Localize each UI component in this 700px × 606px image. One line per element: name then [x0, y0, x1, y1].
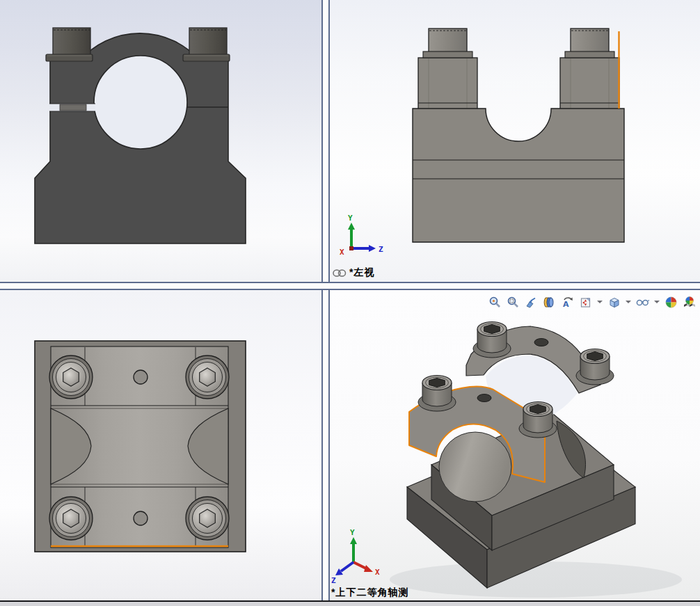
socket-screw-back-left[interactable] — [473, 322, 511, 358]
bore-cylinder[interactable] — [439, 432, 511, 502]
socket-screw-top-right[interactable] — [186, 356, 229, 399]
zoom-to-area-icon[interactable] — [506, 295, 520, 310]
top-view-canvas[interactable] — [0, 287, 321, 600]
viewport-front-view[interactable] — [0, 0, 321, 282]
view-orientation-label: *左视 — [333, 266, 374, 279]
view-orientation-label: *上下二等角轴测 — [331, 587, 408, 599]
dowel-hole-top[interactable] — [134, 370, 148, 384]
heads-up-view-toolbar: A — [486, 292, 699, 312]
cad-multiview-workspace: Y Z X *左视 — [0, 0, 700, 606]
triad-x-label: X — [340, 248, 344, 257]
edit-appearance-icon[interactable] — [664, 295, 678, 310]
3d-drawing-view-icon[interactable]: A — [560, 295, 575, 310]
bore-hole-front[interactable] — [94, 56, 187, 149]
triad-y-label: Y — [348, 214, 353, 223]
cap-hole-rear — [534, 339, 548, 346]
triad-y-label: Y — [350, 528, 355, 537]
triad-z-label: Z — [379, 245, 383, 254]
zoom-to-fit-icon[interactable] — [488, 295, 502, 310]
chain-link-icon — [333, 269, 347, 278]
socket-screw-front-left[interactable] — [418, 376, 456, 412]
section-view-icon[interactable] — [542, 295, 557, 310]
clamp-post-left[interactable] — [418, 29, 477, 109]
viewport-splitter-vertical[interactable] — [321, 0, 330, 600]
bolt-front-left[interactable] — [46, 28, 93, 61]
hide-show-items-icon[interactable] — [635, 295, 650, 310]
dowel-hole-bottom[interactable] — [134, 511, 148, 525]
view-orientation-dropdown-caret[interactable] — [597, 301, 603, 303]
view-name-text: *上下二等角轴测 — [331, 587, 408, 599]
cap-hole-front — [477, 394, 491, 402]
socket-screw-bottom-left[interactable] — [49, 497, 93, 540]
hide-show-items-dropdown-caret[interactable] — [654, 301, 660, 303]
viewport-splitter-horizontal[interactable] — [0, 282, 700, 290]
socket-screw-back-right[interactable] — [576, 349, 614, 385]
display-style-icon[interactable] — [607, 295, 621, 310]
socket-screw-front-center[interactable] — [519, 402, 557, 438]
clamp-post-right[interactable] — [560, 29, 619, 109]
view-orientation-icon[interactable] — [578, 295, 593, 310]
apply-scene-icon[interactable] — [682, 295, 697, 310]
left-view-canvas[interactable]: Y Z X — [327, 0, 700, 282]
viewport-isometric-view[interactable]: Y X Z — [327, 287, 700, 600]
orientation-triad: Y X Z — [331, 528, 380, 585]
socket-screw-bottom-right[interactable] — [186, 497, 229, 540]
previous-view-icon[interactable] — [524, 295, 539, 310]
viewport-top-view[interactable] — [0, 287, 321, 600]
bolt-front-right[interactable] — [183, 28, 230, 61]
clamp-base-side[interactable] — [413, 109, 624, 242]
triad-z-label: Z — [331, 576, 336, 585]
orientation-triad: Y Z X — [340, 214, 383, 257]
svg-text:A: A — [563, 300, 569, 309]
socket-screw-top-left[interactable] — [49, 356, 93, 399]
status-bar-strip — [0, 602, 700, 606]
front-view-canvas[interactable] — [0, 0, 321, 282]
isometric-canvas[interactable]: Y X Z — [327, 287, 700, 600]
triad-x-label: X — [375, 568, 380, 577]
clamp-split-tab — [60, 104, 86, 111]
display-style-dropdown-caret[interactable] — [626, 301, 631, 303]
viewport-left-view[interactable]: Y Z X *左视 — [327, 0, 700, 282]
view-name-text: *左视 — [349, 266, 374, 279]
